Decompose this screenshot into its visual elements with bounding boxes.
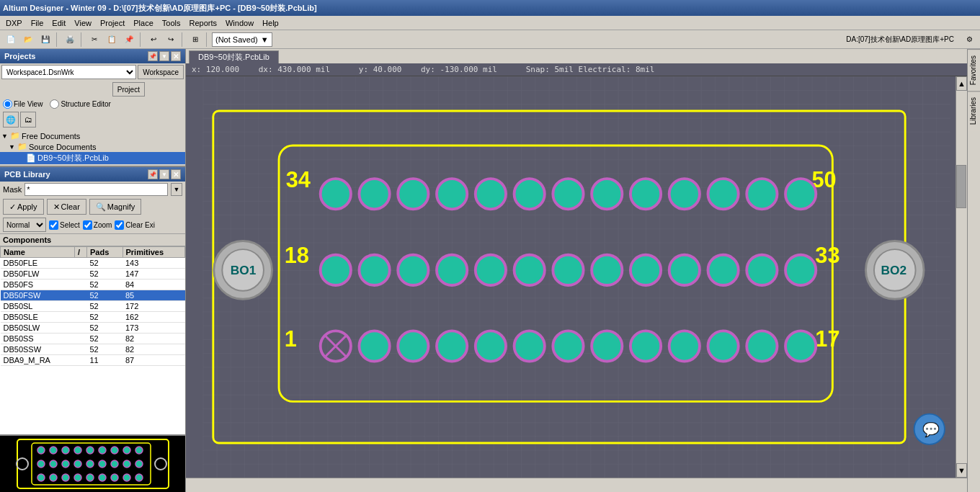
print-btn[interactable]: 🖨️ <box>62 32 78 48</box>
vertical-scrollbar[interactable]: ▲ ▼ <box>956 76 967 478</box>
col-sort[interactable]: / <box>75 247 87 258</box>
file-view-label[interactable]: File View <box>3 99 43 109</box>
pcblib-file-item[interactable]: 📄 DB9~50封装.PcbLib <box>0 152 185 164</box>
cell-pads: 52 <box>86 290 122 301</box>
menu-help[interactable]: Help <box>258 17 283 29</box>
menu-place[interactable]: Place <box>129 17 158 29</box>
menu-window[interactable]: Window <box>221 17 258 29</box>
svg-point-23 <box>74 474 81 481</box>
copy-btn[interactable]: 📋 <box>104 32 120 48</box>
pcblib-tab[interactable]: DB9~50封装.PcbLib <box>189 50 279 63</box>
settings-btn[interactable]: ⚙ <box>961 32 977 48</box>
sidebar-tab-libraries[interactable]: Libraries <box>968 91 980 130</box>
svg-point-62 <box>631 255 661 285</box>
cut-btn[interactable]: ✂ <box>86 32 102 48</box>
svg-point-44 <box>437 179 467 209</box>
table-row[interactable]: DB50FSW 52 85 <box>1 290 185 301</box>
redo-btn[interactable]: ↪ <box>163 32 179 48</box>
zoom-checkbox[interactable] <box>83 220 92 230</box>
source-docs-item[interactable]: ▼ 📁 Source Documents <box>0 141 185 152</box>
sidebar-tab-favorites[interactable]: Favorites <box>968 49 980 91</box>
open-btn[interactable]: 📂 <box>20 32 36 48</box>
free-docs-item[interactable]: ▼ 📁 Free Documents <box>0 130 185 141</box>
new-btn[interactable]: 📄 <box>3 32 19 48</box>
table-row[interactable]: DB50SSW 52 82 <box>1 344 185 355</box>
sep4 <box>182 32 184 47</box>
left-panel: Projects 📌 ▼ ✕ Workspace1.DsnWrk Workspa… <box>0 49 186 492</box>
table-row[interactable]: DB50FLW 52 147 <box>1 269 185 279</box>
cell-sort <box>75 334 87 344</box>
select-checkbox-label[interactable]: Select <box>49 220 80 230</box>
not-saved-dropdown[interactable]: (Not Saved) ▼ <box>212 32 272 47</box>
projects-title: Projects <box>4 52 35 61</box>
clear-btn[interactable]: ✕ Clear <box>47 199 86 215</box>
paste-btn[interactable]: 📌 <box>121 32 137 48</box>
pcb-canvas[interactable]: 34 50 18 33 1 17 <box>186 76 967 478</box>
table-row[interactable]: DB50SLW 52 173 <box>1 323 185 334</box>
svg-point-28 <box>135 474 143 481</box>
svg-point-9 <box>123 447 130 454</box>
comp-table[interactable]: Name / Pads Primitives DB50FLE 52 143 DB… <box>0 246 185 434</box>
menu-file[interactable]: File <box>27 17 48 29</box>
panel-menu-btn[interactable]: ▼ <box>159 51 169 61</box>
project-btn[interactable]: Project <box>112 82 145 97</box>
svg-point-43 <box>398 179 428 209</box>
vscroll-thumb[interactable] <box>956 165 966 208</box>
pcblib-header-controls: 📌 ▼ ✕ <box>148 169 181 179</box>
menu-edit[interactable]: Edit <box>48 17 70 29</box>
panel-pin-btn[interactable]: 📌 <box>148 51 158 61</box>
structure-editor-label[interactable]: Structure Editor <box>50 99 110 109</box>
menu-reports[interactable]: Reports <box>184 17 221 29</box>
sep1 <box>56 32 59 47</box>
col-pads[interactable]: Pads <box>86 247 122 258</box>
zoom-checkbox-label[interactable]: Zoom <box>83 220 112 230</box>
svg-point-46 <box>514 179 545 209</box>
workspace-btn[interactable]: Workspace <box>138 65 184 79</box>
pcblib-pin-btn[interactable]: 📌 <box>148 169 158 179</box>
col-name[interactable]: Name <box>1 247 75 258</box>
menu-dxp[interactable]: DXP <box>1 17 27 29</box>
pcblib-menu-btn[interactable]: ▼ <box>159 169 169 179</box>
table-row[interactable]: DB50FLE 52 143 <box>1 258 185 269</box>
workspace-dropdown[interactable]: Workspace1.DsnWrk <box>1 65 136 79</box>
table-row[interactable]: DB50SL 52 172 <box>1 301 185 312</box>
col-primitives[interactable]: Primitives <box>122 247 185 258</box>
table-row[interactable]: DBA9_M_RA 11 87 <box>1 355 185 366</box>
zoom-fit-btn[interactable]: ⊞ <box>187 32 203 48</box>
magnify-btn[interactable]: 🔍 Magnify <box>89 199 142 215</box>
select-checkbox[interactable] <box>49 220 58 230</box>
table-row[interactable]: DB50FS 52 84 <box>1 279 185 290</box>
scroll-up-btn[interactable]: ▲ <box>956 76 967 91</box>
panel-close-btn[interactable]: ✕ <box>171 51 181 61</box>
save-btn[interactable]: 💾 <box>37 32 53 48</box>
menu-tools[interactable]: Tools <box>158 17 185 29</box>
sep3 <box>140 32 143 47</box>
clear-exit-checkbox[interactable] <box>115 220 124 230</box>
svg-point-24 <box>86 474 94 481</box>
pcblib-close-btn[interactable]: ✕ <box>171 169 181 179</box>
table-row[interactable]: DB50SLE 52 162 <box>1 312 185 323</box>
proj-icon-1[interactable]: 🌐 <box>3 112 19 128</box>
table-row[interactable]: DB50SS 52 82 <box>1 334 185 344</box>
scroll-down-btn[interactable]: ▼ <box>956 463 967 478</box>
structure-editor-radio[interactable] <box>50 99 59 109</box>
undo-btn[interactable]: ↩ <box>146 32 161 48</box>
clear-exit-checkbox-label[interactable]: Clear Exi <box>115 220 155 230</box>
mask-dropdown-arrow[interactable]: ▼ <box>171 183 182 196</box>
cell-sort <box>75 279 87 290</box>
svg-point-72 <box>437 331 467 361</box>
cell-pads: 52 <box>86 312 122 323</box>
svg-point-3 <box>50 447 57 454</box>
apply-btn[interactable]: ✓ Apply <box>3 199 44 215</box>
svg-text:BO1: BO1 <box>231 263 257 277</box>
menu-view[interactable]: View <box>70 17 96 29</box>
menu-project[interactable]: Project <box>96 17 129 29</box>
cell-pads: 52 <box>86 334 122 344</box>
normal-dropdown[interactable]: Normal <box>3 218 46 232</box>
file-view-radio[interactable] <box>3 99 12 109</box>
svg-point-42 <box>359 179 389 209</box>
mask-input[interactable] <box>24 183 168 196</box>
cell-name: DB50SLW <box>1 323 75 334</box>
svg-point-47 <box>553 179 583 209</box>
proj-icon-2[interactable]: 🗂 <box>20 112 36 128</box>
